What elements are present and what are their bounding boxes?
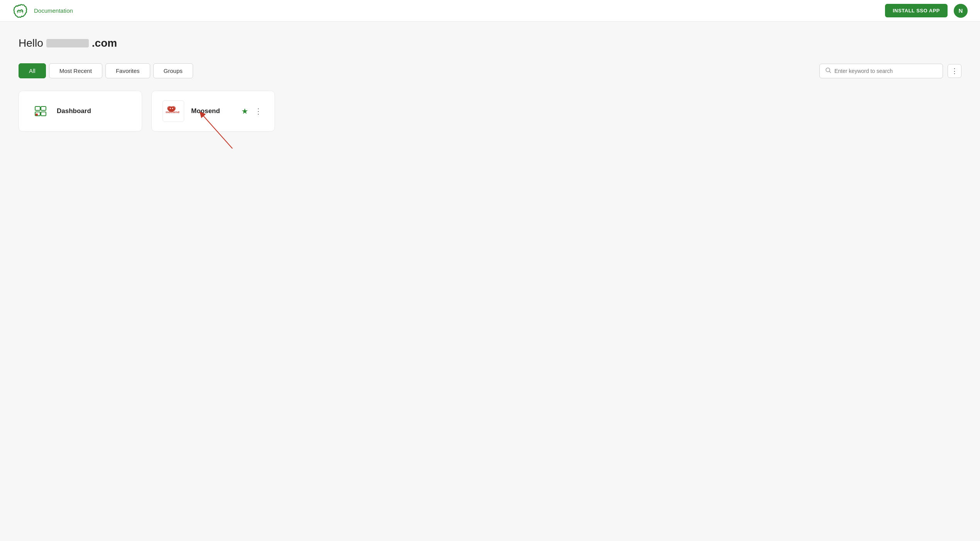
user-avatar[interactable]: N	[954, 4, 968, 18]
svg-point-13	[172, 108, 173, 109]
svg-rect-5	[41, 112, 46, 116]
dashboard-card[interactable]: Dashboard	[19, 91, 142, 132]
header-left: Documentation	[12, 3, 73, 19]
moosend-logo: moosend	[163, 100, 184, 122]
greeting-domain: .com	[92, 37, 117, 49]
tabs-container: All Most Recent Favorites Groups	[19, 63, 193, 78]
svg-line-1	[829, 71, 831, 73]
svg-point-6	[36, 113, 38, 116]
cards-grid: Dashboard moosend	[19, 91, 961, 132]
moosend-card-actions: ★ ⋮	[241, 105, 264, 117]
ellipsis-vertical-icon: ⋮	[951, 67, 958, 75]
search-input[interactable]	[834, 68, 937, 74]
main-content: Hello .com All Most Recent Favorites Gro…	[0, 22, 980, 147]
favorite-star-icon[interactable]: ★	[241, 107, 248, 116]
install-sso-button[interactable]: INSTALL SSO APP	[885, 4, 948, 17]
header-right: INSTALL SSO APP N	[885, 4, 968, 18]
tab-groups[interactable]: Groups	[153, 63, 193, 78]
dashboard-card-title: Dashboard	[57, 107, 91, 115]
greeting-prefix: Hello	[19, 37, 43, 49]
tab-most-recent[interactable]: Most Recent	[49, 63, 102, 78]
tab-favorites[interactable]: Favorites	[105, 63, 150, 78]
moosend-card-title: Moosend	[191, 107, 234, 115]
svg-rect-2	[35, 107, 40, 110]
header: Documentation INSTALL SSO APP N	[0, 0, 980, 22]
greeting: Hello .com	[19, 37, 961, 49]
more-options-button[interactable]: ⋮	[948, 64, 961, 78]
documentation-link[interactable]: Documentation	[34, 7, 73, 14]
search-box	[819, 64, 943, 78]
search-area: ⋮	[819, 64, 961, 78]
dashboard-icon	[31, 102, 50, 120]
moosend-card[interactable]: moosend Moosend ★ ⋮	[151, 91, 275, 132]
svg-rect-3	[41, 107, 46, 110]
svg-point-11	[168, 107, 175, 112]
moosend-more-button[interactable]: ⋮	[253, 105, 264, 117]
logo-icon[interactable]	[12, 3, 28, 19]
search-icon	[825, 67, 831, 75]
svg-point-12	[170, 108, 171, 109]
tab-all[interactable]: All	[19, 63, 46, 78]
greeting-username-placeholder	[46, 39, 89, 47]
tabs-row: All Most Recent Favorites Groups ⋮	[19, 63, 961, 78]
